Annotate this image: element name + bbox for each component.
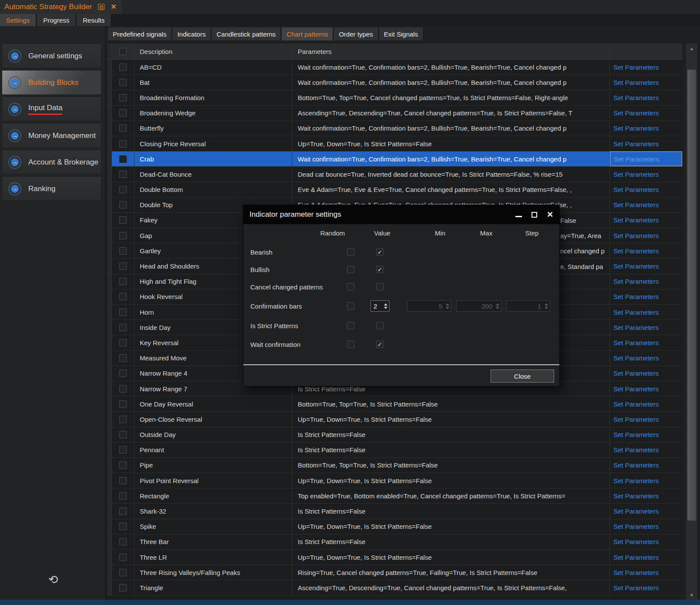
table-row-three-bar[interactable]: Three BarIs Strict Patterns=FalseSet Par… [107, 534, 682, 550]
value-checkbox[interactable]: ✓ [376, 249, 384, 256]
vertical-scrollbar[interactable]: ▲ ▼ [686, 44, 697, 600]
table-row-broadening-formation[interactable]: Broadening FormationBottom=True, Top=Tru… [107, 90, 682, 105]
row-checkbox[interactable] [119, 569, 127, 576]
refresh-icon[interactable]: ⟲ [45, 571, 61, 588]
set-parameters-link[interactable]: Set Parameters [613, 508, 659, 515]
set-parameters-link[interactable]: Set Parameters [613, 446, 659, 454]
row-checkbox[interactable] [119, 461, 127, 469]
scroll-up-icon[interactable]: ▲ [686, 44, 697, 52]
set-parameters-link[interactable]: Set Parameters [613, 232, 659, 239]
set-parameters-link[interactable]: Set Parameters [613, 309, 659, 316]
set-parameters-link[interactable]: Set Parameters [613, 324, 659, 331]
tab-order-types[interactable]: Order types [334, 27, 377, 40]
row-checkbox[interactable] [119, 370, 127, 377]
set-parameters-link[interactable]: Set Parameters [613, 216, 659, 224]
table-row-triangle[interactable]: TriangleAscending=True, Descending=True,… [107, 580, 682, 595]
set-parameters-link[interactable]: Set Parameters [613, 477, 659, 484]
dialog-close-icon[interactable]: ✕ [547, 211, 553, 218]
row-checkbox[interactable] [119, 155, 127, 163]
row-checkbox[interactable] [119, 554, 127, 561]
select-all-checkbox[interactable] [119, 48, 127, 55]
set-parameters-link[interactable]: Set Parameters [613, 523, 659, 530]
tab-candlestick-patterns[interactable]: Candlestick patterns [212, 27, 280, 40]
tab-exit-signals[interactable]: Exit Signals [379, 27, 423, 40]
set-parameters-link[interactable]: Set Parameters [613, 124, 659, 132]
close-window-icon[interactable]: ✕ [111, 3, 116, 10]
random-checkbox[interactable] [347, 249, 354, 256]
set-parameters-link[interactable]: Set Parameters [613, 354, 659, 362]
tab-chart-patterns[interactable]: Chart patterns [282, 27, 333, 40]
set-parameters-link[interactable]: Set Parameters [613, 339, 659, 346]
set-parameters-link[interactable]: Set Parameters [613, 186, 659, 193]
table-row-outside-day[interactable]: Outside DayIs Strict Patterns=FalseSet P… [107, 427, 682, 443]
set-parameters-link[interactable]: Set Parameters [613, 569, 659, 576]
row-checkbox[interactable] [119, 309, 127, 316]
dialog-minimize-icon[interactable] [515, 216, 522, 217]
random-checkbox[interactable] [347, 302, 354, 310]
sidebar-item-input-data[interactable]: →Input Data [2, 97, 101, 121]
set-parameters-link[interactable]: Set Parameters [613, 79, 659, 86]
table-row-broadening-wedge[interactable]: Broadening WedgeAscending=True, Descendi… [107, 106, 682, 121]
tab-indicators[interactable]: Indicators [172, 27, 210, 40]
set-parameters-link[interactable]: Set Parameters [613, 109, 659, 117]
set-parameters-link[interactable]: Set Parameters [613, 385, 659, 393]
set-parameters-link[interactable]: Set Parameters [613, 64, 659, 71]
table-row-three-lr[interactable]: Three LRUp=True, Down=True, Is Strict Pa… [107, 550, 682, 565]
table-row-closing-price-reversal[interactable]: Closing Price ReversalUp=True, Down=True… [107, 136, 682, 151]
table-row-rectangle[interactable]: RectangleTop enabled=True, Bottom enable… [107, 488, 682, 504]
row-checkbox[interactable] [119, 446, 127, 454]
table-row-pipe[interactable]: PipeBottom=True, Top=True, Is Strict Pat… [107, 458, 682, 473]
tab-predefined-signals[interactable]: Predefined signals [108, 27, 171, 40]
table-row-bat[interactable]: BatWait confirmation=True, Confirmation … [107, 75, 682, 90]
dialog-maximize-icon[interactable] [532, 212, 537, 218]
table-row-pivot-point-reversal[interactable]: Pivot Point ReversalUp=True, Down=True, … [107, 473, 682, 488]
set-parameters-link[interactable]: Set Parameters [613, 247, 659, 255]
table-row-three-rising-valleys-falling-peaks[interactable]: Three Rising Valleys/Falling PeaksRising… [107, 565, 682, 580]
value-checkbox[interactable]: ✓ [376, 266, 384, 273]
spinner-up-icon[interactable] [384, 303, 387, 306]
table-row-dead-cat-bounce[interactable]: Dead-Cat BounceDead cat bounce=True, Inv… [107, 167, 682, 182]
random-checkbox[interactable] [347, 266, 354, 273]
row-checkbox[interactable] [119, 171, 127, 178]
table-row-shark-32[interactable]: Shark-32Is Strict Patterns=FalseSet Para… [107, 504, 682, 519]
table-row-open-close-reversal[interactable]: Open-Close ReversalUp=True, Down=True, I… [107, 412, 682, 427]
spinner-down-icon[interactable] [384, 307, 387, 309]
table-row-butterfly[interactable]: ButterflyWait confirmation=True, Confirm… [107, 121, 682, 136]
row-checkbox[interactable] [119, 94, 127, 101]
row-checkbox[interactable] [119, 477, 127, 484]
row-checkbox[interactable] [119, 584, 127, 592]
row-checkbox[interactable] [119, 416, 127, 423]
row-checkbox[interactable] [119, 523, 127, 530]
row-checkbox[interactable] [119, 385, 127, 393]
row-checkbox[interactable] [119, 140, 127, 148]
set-parameters-link[interactable]: Set Parameters [613, 278, 659, 285]
restore-window-icon[interactable] [98, 4, 104, 10]
random-checkbox[interactable] [347, 283, 354, 291]
set-parameters-link[interactable]: Set Parameters [614, 155, 659, 163]
sidebar-item-building-blocks[interactable]: →Building Blocks [2, 70, 101, 95]
sidebar-item-ranking[interactable]: →Ranking [2, 176, 101, 201]
table-row-crab[interactable]: CrabWait confirmation=True, Confirmation… [107, 151, 682, 167]
row-checkbox[interactable] [119, 262, 127, 270]
row-checkbox[interactable] [119, 109, 127, 117]
main-tab-results[interactable]: Results [77, 14, 111, 26]
random-checkbox[interactable] [347, 341, 354, 348]
row-checkbox[interactable] [119, 232, 127, 239]
row-checkbox[interactable] [119, 79, 127, 86]
main-tab-progress[interactable]: Progress [37, 14, 75, 26]
window-title-tab[interactable]: Automatic Strategy Builder ✕ [0, 0, 122, 14]
row-checkbox[interactable] [119, 354, 127, 362]
row-checkbox[interactable] [119, 431, 127, 438]
random-checkbox[interactable] [347, 322, 354, 329]
set-parameters-link[interactable]: Set Parameters [613, 94, 659, 101]
sidebar-item-money-management[interactable]: →Money Management [2, 123, 101, 148]
row-checkbox[interactable] [119, 400, 127, 408]
row-checkbox[interactable] [119, 324, 127, 331]
row-checkbox[interactable] [119, 247, 127, 255]
sidebar-item-account-brokerage[interactable]: →Account & Brokerage [2, 150, 101, 175]
set-parameters-link[interactable]: Set Parameters [613, 431, 659, 438]
row-checkbox[interactable] [119, 278, 127, 285]
row-checkbox[interactable] [119, 186, 127, 193]
set-parameters-link[interactable]: Set Parameters [613, 140, 659, 148]
set-parameters-link[interactable]: Set Parameters [613, 416, 659, 423]
